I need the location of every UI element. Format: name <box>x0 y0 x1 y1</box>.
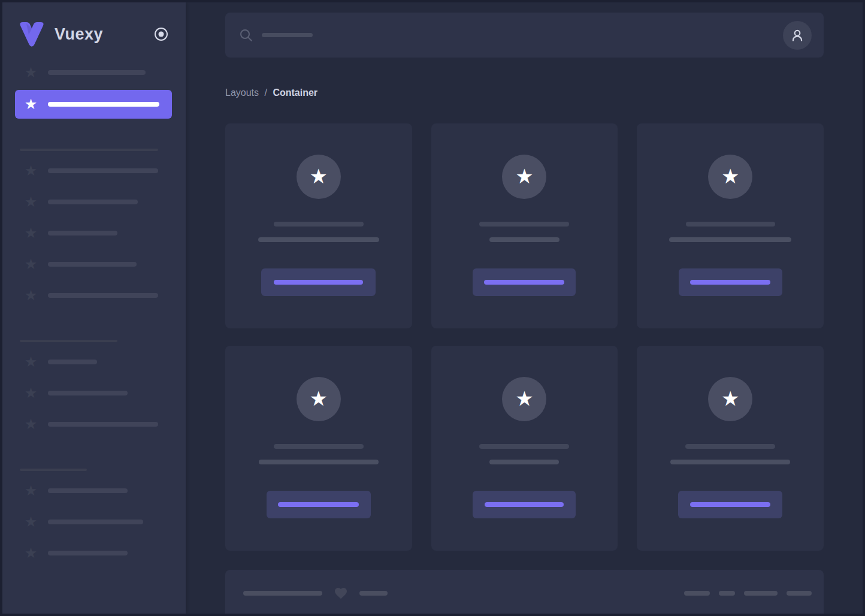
sidebar-item-label-skeleton <box>48 102 159 107</box>
sidebar-item-label-skeleton <box>48 551 128 555</box>
sidebar-item[interactable]: ★ <box>2 546 128 560</box>
sidebar-item[interactable]: ★ <box>2 226 117 240</box>
card-button[interactable] <box>267 491 371 518</box>
star-icon: ★ <box>721 166 739 188</box>
star-icon: ★ <box>23 546 38 560</box>
card-button-label-skeleton <box>485 502 564 507</box>
breadcrumb-link-layouts[interactable]: Layouts <box>225 87 259 98</box>
card-button-label-skeleton <box>690 502 770 507</box>
card-title-skeleton <box>479 222 569 227</box>
sidebar: Vuexy ★★★★★★★★★★★★★ <box>2 2 186 614</box>
brand-name: Vuexy <box>55 25 103 44</box>
layout-card: ★ <box>225 123 412 328</box>
card-title-skeleton <box>274 444 364 449</box>
card-title-skeleton <box>686 222 775 227</box>
footer-link-skeleton <box>787 591 812 596</box>
sidebar-item-label-skeleton <box>48 360 97 364</box>
star-icon: ★ <box>23 288 38 303</box>
card-button[interactable] <box>473 268 576 296</box>
card-title-skeleton <box>274 222 364 227</box>
star-icon: ★ <box>310 388 328 410</box>
sidebar-item[interactable]: ★ <box>2 257 137 271</box>
star-icon: ★ <box>515 166 533 188</box>
card-button-label-skeleton <box>278 502 359 507</box>
card-subtitle-skeleton <box>258 237 379 242</box>
search-placeholder-skeleton <box>262 33 313 37</box>
vuexy-logo-icon <box>17 20 47 48</box>
footer-link-skeleton <box>684 591 710 596</box>
star-icon: ★ <box>721 388 739 410</box>
sidebar-item[interactable]: ★ <box>2 484 128 498</box>
app-window: Vuexy ★★★★★★★★★★★★★ <box>0 0 865 616</box>
card-button-label-skeleton <box>690 280 770 285</box>
card-avatar: ★ <box>708 155 752 199</box>
footer-links-group <box>684 591 812 596</box>
sidebar-pin-toggle-icon[interactable] <box>153 26 170 43</box>
layout-card: ★ <box>637 123 824 328</box>
sidebar-item-label-skeleton <box>48 391 128 395</box>
card-subtitle-skeleton <box>489 237 559 242</box>
layout-card: ★ <box>225 346 412 551</box>
card-subtitle-skeleton <box>669 237 791 242</box>
footer-text-skeleton <box>359 591 388 596</box>
sidebar-nav: ★★★★★★★★★★★★★ <box>2 62 186 560</box>
sidebar-item[interactable]: ★ <box>2 355 97 369</box>
card-button[interactable] <box>678 491 782 518</box>
sidebar-item-label-skeleton <box>48 293 158 298</box>
search-box[interactable] <box>240 29 783 42</box>
sidebar-section-header-skeleton <box>20 149 158 151</box>
star-icon: ★ <box>23 484 38 498</box>
sidebar-item[interactable]: ★ <box>2 288 158 303</box>
card-avatar: ★ <box>297 155 341 199</box>
sidebar-item[interactable]: ★ <box>2 164 158 178</box>
card-button[interactable] <box>679 268 782 296</box>
footer-link-skeleton <box>719 591 735 596</box>
sidebar-item[interactable]: ★ <box>2 195 138 209</box>
star-icon: ★ <box>23 97 38 111</box>
sidebar-item-active[interactable]: ★ <box>15 90 172 119</box>
star-icon: ★ <box>23 257 38 271</box>
card-avatar: ★ <box>297 377 341 421</box>
user-avatar[interactable] <box>783 21 812 50</box>
card-button[interactable] <box>473 491 576 518</box>
sidebar-item-label-skeleton <box>48 70 146 75</box>
sidebar-item-label-skeleton <box>48 520 143 524</box>
brand-row: Vuexy <box>2 2 186 62</box>
layout-card: ★ <box>431 346 618 551</box>
main-content: Layouts / Container ★★★★★★ <box>186 2 863 614</box>
sidebar-item[interactable]: ★ <box>2 65 146 80</box>
footer-left-group <box>243 586 388 600</box>
sidebar-item-label-skeleton <box>48 262 137 267</box>
star-icon: ★ <box>23 226 38 240</box>
sidebar-section-header-skeleton <box>20 469 87 471</box>
breadcrumb-separator: / <box>265 87 267 98</box>
sidebar-item[interactable]: ★ <box>2 515 143 529</box>
star-icon: ★ <box>23 417 38 431</box>
person-icon <box>790 28 805 43</box>
sidebar-item[interactable]: ★ <box>2 386 128 400</box>
footer-text-skeleton <box>243 591 322 596</box>
sidebar-item-label-skeleton <box>48 168 158 173</box>
sidebar-section-header-skeleton <box>20 340 117 342</box>
layout-card: ★ <box>637 346 824 551</box>
star-icon: ★ <box>23 355 38 369</box>
card-subtitle-skeleton <box>489 460 559 464</box>
card-avatar: ★ <box>708 377 752 421</box>
star-icon: ★ <box>23 164 38 178</box>
star-icon: ★ <box>515 388 533 410</box>
card-avatar: ★ <box>502 377 546 421</box>
cards-grid: ★★★★★★ <box>225 123 824 551</box>
sidebar-item-label-skeleton <box>48 200 138 204</box>
sidebar-item[interactable]: ★ <box>2 417 158 431</box>
card-button[interactable] <box>261 268 376 296</box>
sidebar-item-label-skeleton <box>48 488 128 493</box>
card-subtitle-skeleton <box>670 460 790 464</box>
star-icon: ★ <box>23 195 38 209</box>
breadcrumb: Layouts / Container <box>225 87 824 98</box>
footer-link-skeleton <box>744 591 778 596</box>
star-icon: ★ <box>23 386 38 400</box>
heart-icon <box>333 586 349 600</box>
star-icon: ★ <box>310 166 328 188</box>
layout-card: ★ <box>431 123 618 328</box>
top-navbar <box>225 13 824 58</box>
